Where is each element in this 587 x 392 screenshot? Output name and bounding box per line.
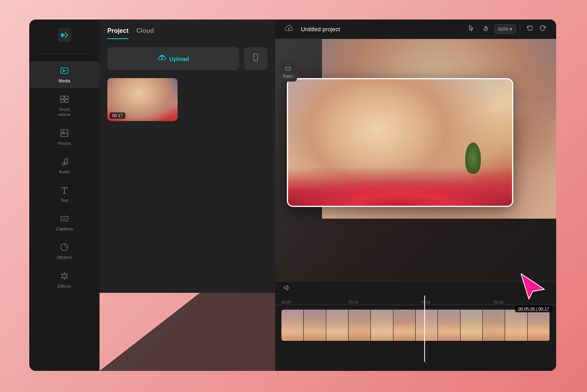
sidebar-item-stickers[interactable]: Stickers — [29, 238, 100, 265]
zoom-chevron-icon: ▾ — [510, 26, 512, 32]
editor-header: Untitled project 80% ▾ — [275, 20, 556, 39]
playhead — [424, 296, 425, 362]
film-frame — [461, 310, 483, 341]
sidebar-item-label-audio: Audio — [59, 169, 70, 175]
project-title: Untitled project — [301, 26, 460, 32]
ratio-label: Ratio — [283, 74, 293, 78]
cloud-save-button[interactable] — [283, 22, 295, 36]
ruler-mark-0: 00:00 — [281, 300, 291, 305]
app-logo[interactable] — [57, 27, 72, 43]
effects-icon — [60, 271, 69, 282]
sidebar-item-label-stickers: Stickers — [57, 255, 72, 260]
sidebar-item-audio[interactable]: Audio — [29, 152, 100, 179]
sidebar-item-label-effects: Effects — [58, 284, 71, 289]
film-frame — [528, 310, 550, 341]
sidebar-item-label-media: Media — [59, 78, 70, 84]
upload-row: Upload — [107, 47, 267, 70]
film-frame — [393, 310, 416, 341]
sidebar-item-photos[interactable]: Photos — [29, 124, 100, 151]
sidebar-item-label-captions: Captions — [56, 226, 73, 232]
sidebar: Media Stockvideos — [29, 20, 100, 371]
sidebar-item-text[interactable]: Text — [29, 181, 100, 208]
svg-marker-19 — [521, 274, 544, 299]
ruler-mark-3: 00:09 — [494, 300, 503, 305]
cloud-icon — [285, 26, 293, 34]
header-divider — [520, 25, 520, 34]
header-tools: 80% ▾ — [466, 23, 548, 35]
redo-button[interactable] — [538, 23, 548, 35]
film-frame — [349, 310, 371, 341]
sidebar-item-label-photos: Photos — [58, 141, 71, 146]
svg-rect-3 — [65, 96, 68, 99]
device-button[interactable] — [244, 47, 267, 70]
film-frame — [483, 310, 505, 341]
select-tool-button[interactable] — [466, 23, 477, 35]
current-time: 00:05:26 — [518, 306, 535, 311]
media-panel: Project Cloud Upload — [100, 20, 275, 293]
photos-icon — [60, 128, 69, 139]
audio-icon — [60, 157, 69, 168]
svg-rect-4 — [60, 100, 64, 102]
svg-rect-10 — [61, 216, 68, 221]
sidebar-item-media[interactable]: Media — [29, 61, 100, 88]
device-icon — [251, 53, 260, 64]
sidebar-item-stock-videos[interactable]: Stockvideos — [29, 90, 100, 122]
film-frame — [438, 310, 460, 341]
svg-rect-2 — [60, 96, 64, 99]
stickers-icon — [60, 242, 69, 253]
earring-element — [465, 143, 481, 174]
film-frame — [505, 310, 527, 341]
sidebar-item-label-stock: Stockvideos — [58, 107, 71, 117]
stock-videos-icon — [60, 94, 69, 105]
svg-point-9 — [65, 162, 68, 164]
ratio-button[interactable]: Ratio — [279, 62, 297, 82]
tab-project[interactable]: Project — [107, 27, 128, 39]
upload-label: Upload — [169, 55, 189, 62]
editor-area: Untitled project 80% ▾ — [275, 20, 556, 324]
svg-point-15 — [255, 59, 256, 60]
left-section: Media Stockvideos — [29, 20, 275, 371]
timeline-area: 00:00 00:03 00:06 00:09 — [275, 281, 556, 371]
video-thumbnail[interactable]: 00:17 — [107, 78, 178, 121]
media-icon — [60, 66, 69, 77]
sidebar-item-effects[interactable]: Effects — [29, 267, 100, 294]
sidebar-divider — [36, 54, 92, 54]
tab-cloud[interactable]: Cloud — [136, 27, 154, 39]
film-frame — [416, 310, 438, 341]
film-strip-track[interactable] — [281, 310, 550, 341]
upload-cloud-icon — [158, 53, 166, 64]
captions-icon — [60, 214, 69, 225]
timestamp-overlay: 00:05:26 | 00:17 — [515, 305, 552, 312]
film-frame — [371, 310, 393, 341]
sidebar-item-label-text: Text — [60, 198, 68, 203]
main-video-preview[interactable] — [287, 78, 513, 207]
text-icon — [60, 185, 69, 196]
cursor-arrow-container — [517, 270, 548, 303]
film-frame — [281, 310, 304, 341]
zoom-level: 80% — [498, 26, 508, 32]
volume-button[interactable] — [281, 283, 292, 294]
film-frame — [304, 310, 326, 341]
ruler-mark-2: 00:06 — [421, 300, 431, 305]
media-panel-content: Upload — [100, 39, 275, 293]
timeline-ruler: 00:00 00:03 00:06 00:09 — [275, 296, 556, 305]
app-window: Media Stockvideos — [29, 20, 556, 371]
upload-button[interactable]: Upload — [107, 47, 239, 70]
video-duration: 00:17 — [110, 112, 125, 119]
svg-rect-5 — [65, 100, 68, 102]
preview-lip-area — [288, 167, 512, 206]
ruler-mark-1: 00:03 — [349, 300, 358, 305]
timeline-header — [275, 282, 556, 296]
undo-button[interactable] — [524, 23, 534, 35]
svg-point-8 — [62, 163, 64, 165]
sidebar-item-captions[interactable]: Captions — [29, 209, 100, 236]
film-frame — [326, 310, 349, 341]
zoom-select[interactable]: 80% ▾ — [495, 24, 516, 34]
hand-tool-button[interactable] — [480, 23, 491, 35]
media-panel-tabs: Project Cloud — [100, 20, 275, 39]
end-time: | 00:17 — [536, 306, 549, 311]
ratio-icon — [285, 66, 291, 73]
cursor-arrow-svg — [517, 270, 548, 301]
